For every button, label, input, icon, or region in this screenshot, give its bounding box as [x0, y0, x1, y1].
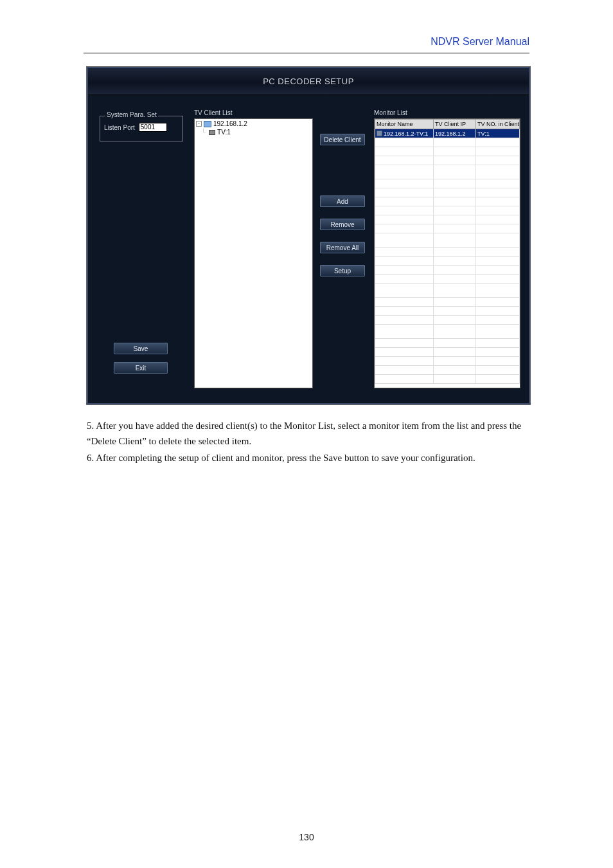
tv-client-list[interactable]: - 192.168.1.2 └ TV:1	[194, 118, 313, 388]
tv-icon	[209, 130, 215, 135]
monitor-list[interactable]: Monitor Name TV Client IP TV NO. in Clie…	[374, 118, 520, 388]
monitor-tvno-cell: TV:1	[476, 129, 520, 138]
tree-child[interactable]: └ TV:1	[195, 127, 312, 136]
setup-button[interactable]: Setup	[320, 265, 365, 276]
tree-root-label: 192.168.1.2	[213, 120, 247, 127]
monitor-list-header: Monitor Name TV Client IP TV NO. in Clie…	[375, 119, 520, 129]
tree-elbow-icon: └	[201, 129, 206, 136]
tree-child-label: TV:1	[217, 129, 231, 136]
remove-all-button[interactable]: Remove All	[320, 242, 365, 253]
paragraph-6: 6. After completing the setup of client …	[87, 450, 530, 466]
header-rule	[84, 53, 529, 53]
remove-button[interactable]: Remove	[320, 219, 365, 230]
system-para-legend: System Para. Set	[105, 111, 158, 118]
listen-port-label: Listen Port	[104, 124, 135, 131]
middle-button-column: Delete Client Add Remove Remove All Setu…	[319, 134, 366, 276]
header-title: NDVR Server Manual	[0, 36, 613, 48]
tree-root[interactable]: - 192.168.1.2	[195, 119, 312, 127]
app-window: PC DECODER SETUP System Para. Set Listen…	[87, 67, 530, 404]
tv-client-list-label: TV Client List	[194, 109, 232, 116]
page-header: NDVR Server Manual	[0, 36, 613, 48]
monitor-ip-cell: 192.168.1.2	[434, 129, 476, 138]
save-button[interactable]: Save	[114, 343, 168, 354]
tree-collapse-icon[interactable]: -	[196, 121, 202, 127]
pc-icon	[204, 121, 211, 127]
add-button[interactable]: Add	[320, 195, 365, 207]
page: NDVR Server Manual PC DECODER SETUP Syst…	[0, 0, 613, 868]
window-body: System Para. Set Listen Port 5001 TV Cli…	[88, 95, 529, 403]
paragraph-5: 5. After you have added the desired clie…	[87, 418, 530, 449]
exit-button[interactable]: Exit	[114, 362, 168, 374]
monitor-name-cell: 192.168.1.2-TV:1	[384, 131, 428, 137]
left-buttons: Save Exit	[114, 343, 168, 374]
col-monitor-name[interactable]: Monitor Name	[375, 119, 434, 129]
col-tv-client-ip[interactable]: TV Client IP	[434, 119, 476, 129]
col-tv-no[interactable]: TV NO. in Client	[476, 119, 520, 129]
page-number: 130	[0, 832, 613, 842]
listen-port-input[interactable]: 5001	[139, 123, 167, 132]
delete-client-button[interactable]: Delete Client	[320, 134, 365, 145]
system-para-fieldset: System Para. Set Listen Port 5001	[100, 116, 183, 141]
window-title: PC DECODER SETUP	[88, 68, 529, 95]
monitor-list-label: Monitor List	[374, 109, 407, 116]
monitor-row-icon	[377, 131, 382, 136]
monitor-list-row[interactable]: 192.168.1.2-TV:1 192.168.1.2 TV:1	[375, 129, 520, 138]
